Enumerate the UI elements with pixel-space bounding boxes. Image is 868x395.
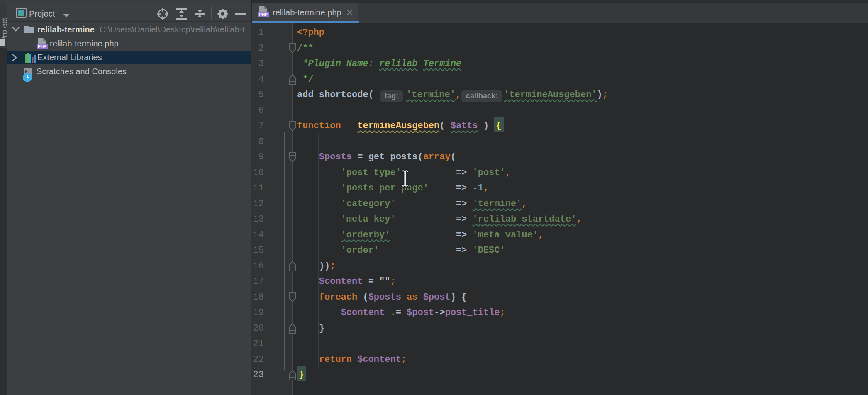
svg-text:PHP: PHP (259, 12, 268, 17)
svg-text:PHP: PHP (38, 44, 46, 49)
